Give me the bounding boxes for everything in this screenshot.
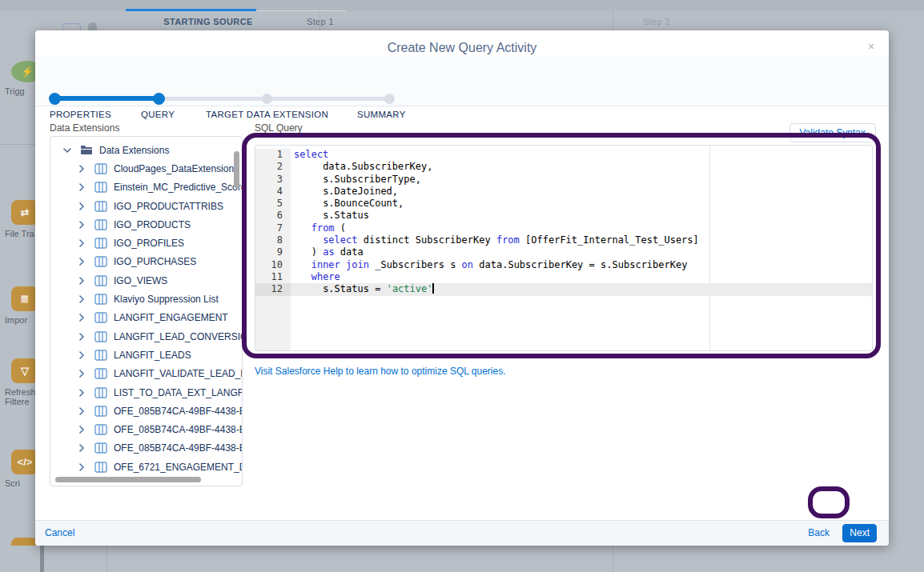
sql-editor[interactable]: 1select2 data.SubscriberKey,3 s.Subscrib…	[255, 145, 873, 351]
salesforce-help-link[interactable]: Visit Salesforce Help to learn how to op…	[255, 366, 506, 377]
code-text: s.Status = 'active'	[291, 283, 872, 295]
canvas-column-line-dotted	[613, 546, 613, 572]
code-line[interactable]: 5 s.BounceCount,	[255, 198, 872, 210]
tree-item[interactable]: LANGFIT_ENGAGEMENT	[50, 309, 242, 327]
chevron-right-icon[interactable]	[76, 275, 87, 286]
next-button[interactable]: Next	[842, 524, 877, 542]
data-extension-table-icon	[94, 200, 107, 212]
data-extension-table-icon	[94, 274, 107, 286]
code-line[interactable]: 6 s.Status	[255, 210, 872, 222]
code-line[interactable]: 8 select distinct SubscriberKey from [Of…	[255, 234, 872, 246]
tree-item[interactable]: OFE_085B74CA-49BF-4438-B566-	[50, 420, 242, 438]
file-transfer-icon[interactable]: ⇄File Tra	[11, 200, 38, 238]
data-extension-table-icon	[94, 461, 107, 473]
tree-item[interactable]: Einstein_MC_Predictive_Scores	[50, 178, 242, 197]
chevron-right-icon[interactable]	[76, 256, 87, 267]
step-dot-target-data-extension	[262, 94, 272, 104]
tree-root-label: Data Extensions	[99, 145, 169, 156]
chevron-right-icon[interactable]	[76, 462, 87, 473]
chevron-right-icon[interactable]	[76, 406, 87, 417]
code-line[interactable]: 12 s.Status = 'active'	[255, 283, 872, 295]
tree-item-label: OFE_6721_ENGAGEMENT_DATA	[114, 462, 243, 473]
refresh-filtered-icon[interactable]: ▽Refresh Filtere	[11, 358, 38, 406]
chevron-right-icon[interactable]	[76, 424, 87, 435]
tab-step-2[interactable]: Step 2	[576, 11, 737, 32]
chevron-right-icon[interactable]	[76, 350, 87, 361]
canvas-column-line	[106, 546, 107, 572]
code-text: from (	[291, 222, 346, 234]
tree-horizontal-scrollbar[interactable]	[55, 477, 201, 482]
tree-item[interactable]: OFE_085B74CA-49BF-4438-B566-	[50, 439, 242, 458]
step-label-properties[interactable]: PROPERTIES	[50, 110, 111, 119]
code-line[interactable]: 9 ) as data	[255, 246, 872, 258]
close-icon[interactable]: ×	[865, 40, 878, 53]
code-line[interactable]: 10 inner join _Subscribers s on data.Sub…	[255, 259, 872, 271]
step-label-query[interactable]: QUERY	[141, 110, 175, 119]
code-text: data.SubscriberKey,	[291, 161, 432, 173]
tree-item[interactable]: OFE_6721_ENGAGEMENT_DATA	[50, 458, 242, 476]
code-line[interactable]: 2 data.SubscriberKey,	[255, 161, 872, 173]
code-line[interactable]: 1select	[255, 149, 872, 161]
tree-item-label: IGO_PURCHASES	[114, 256, 196, 267]
back-button[interactable]: Back	[808, 527, 830, 538]
chevron-right-icon[interactable]	[76, 294, 87, 305]
tree-item[interactable]: IGO_PROFILES	[50, 234, 242, 252]
code-text: s.DateJoined,	[291, 186, 398, 198]
text-cursor	[432, 283, 434, 294]
line-number: 9	[255, 246, 291, 258]
tree-item-label: LANGFIT_LEADS	[114, 350, 191, 361]
import-icon[interactable]: ≣Impor	[11, 286, 38, 325]
script-icon[interactable]: </>Scri	[11, 450, 38, 488]
tree-item[interactable]: LANGFIT_VALIDATE_LEAD_EMAIL_	[50, 365, 242, 383]
validate-syntax-button[interactable]: Validate Syntax	[789, 123, 877, 142]
tree-item[interactable]: LANGFIT_LEADS	[50, 346, 242, 364]
line-number: 1	[255, 149, 291, 161]
tree-item-label: OFE_085B74CA-49BF-4438-B566-	[114, 424, 243, 435]
tree-item[interactable]: LANGFIT_LEAD_CONVERSION	[50, 327, 242, 346]
palette-item-label: Scri	[5, 478, 38, 488]
code-line[interactable]: 11 where	[255, 271, 872, 283]
chevron-down-icon[interactable]	[62, 145, 73, 156]
chevron-right-icon[interactable]	[76, 331, 87, 342]
chevron-right-icon[interactable]	[76, 182, 87, 193]
sql-query-label: SQL Query	[255, 122, 303, 134]
cancel-button[interactable]: Cancel	[45, 527, 74, 538]
code-line[interactable]: 4 s.DateJoined,	[255, 186, 872, 198]
editor-gutter	[255, 296, 291, 350]
tree-item-label: IGO_PRODUCTATTRIBS	[114, 201, 223, 212]
tree-item[interactable]: OFE_085B74CA-49BF-4438-B566-	[50, 402, 242, 420]
tree-item[interactable]: IGO_PRODUCTATTRIBS	[50, 197, 242, 215]
chevron-right-icon[interactable]	[76, 238, 87, 249]
chevron-right-icon[interactable]	[76, 368, 87, 379]
tree-item-label: CloudPages_DataExtension	[114, 163, 234, 174]
tree-root-data-extensions[interactable]: Data Extensions	[50, 141, 242, 159]
data-extensions-label: Data Extensions	[50, 122, 119, 134]
code-line[interactable]: 3 s.SubscriberType,	[255, 174, 872, 186]
tree-vertical-scrollbar[interactable]	[234, 151, 239, 188]
step-dot-query	[153, 93, 165, 105]
tree-item-label: OFE_085B74CA-49BF-4438-B566-	[114, 442, 243, 454]
chevron-right-icon[interactable]	[76, 201, 87, 212]
code-line[interactable]: 7 from (	[255, 222, 872, 234]
tree-item[interactable]: Klaviyo Suppression List	[50, 290, 242, 308]
step-divider-dotted	[613, 11, 613, 32]
tree-item[interactable]: IGO_VIEWS	[50, 271, 242, 290]
tree-item-label: LIST_TO_DATA_EXT_LANGFIT	[114, 387, 243, 398]
chevron-right-icon[interactable]	[76, 312, 87, 323]
chevron-right-icon[interactable]	[76, 442, 87, 454]
step-label-target-data-extension[interactable]: TARGET DATA EXTENSION	[206, 110, 328, 119]
step-label-summary[interactable]: SUMMARY	[357, 110, 406, 119]
step-dot-summary	[384, 94, 395, 104]
open-folder-icon	[79, 144, 93, 156]
chevron-right-icon[interactable]	[76, 387, 87, 398]
data-extension-table-icon	[94, 162, 107, 174]
tree-item[interactable]: IGO_PRODUCTS	[50, 215, 242, 234]
chevron-right-icon[interactable]	[76, 219, 87, 230]
tree-item[interactable]: CloudPages_DataExtension	[50, 159, 242, 178]
tree-item[interactable]: LIST_TO_DATA_EXT_LANGFIT	[50, 383, 242, 402]
code-text: ) as data	[291, 246, 364, 258]
chevron-right-icon[interactable]	[76, 163, 87, 174]
tab-step-1[interactable]: Step 1	[240, 11, 400, 32]
tree-item[interactable]: IGO_PURCHASES	[50, 253, 242, 271]
canvas-step-header: ‹ STARTING SOURCE Step 1 Step 2	[0, 11, 924, 32]
